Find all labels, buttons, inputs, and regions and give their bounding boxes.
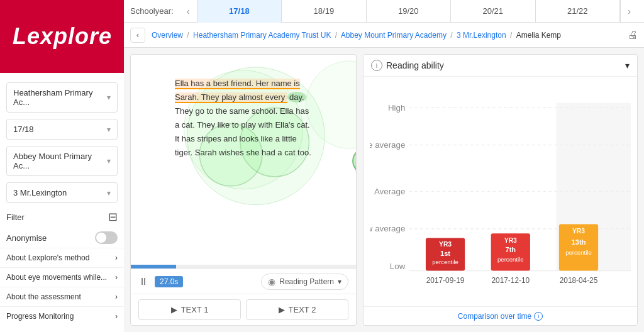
sidebar-item-progress-monitoring[interactable]: Progress Monitoring › [0,306,124,326]
school-chevron-icon: ▾ [107,93,111,102]
print-icon[interactable]: 🖨 [628,30,638,41]
year-dropdown[interactable]: 17/18 ▾ [6,119,118,140]
teacher-label: 3 Mr.Lexington [13,188,67,197]
progress-monitoring-chevron-icon: › [115,312,118,321]
reading-panel: Ella has a best friend. Her name is Sara… [130,54,357,326]
svg-text:YR3: YR3 [439,241,452,248]
text2-play-icon: ▶ [279,305,285,314]
year-next-button[interactable]: › [620,0,638,23]
pause-play-button[interactable]: ⏸ [138,276,148,287]
svg-text:7th: 7th [505,246,516,253]
about-method-label: About Lexplore's method [6,253,89,262]
reading-controls: ⏸ 27.0s ◉ Reading Pattern ▾ [131,268,356,294]
svg-text:1st: 1st [440,250,450,257]
svg-text:High: High [388,103,405,113]
about-eye-chevron-icon: › [115,273,118,282]
year-label: 17/18 [13,124,34,134]
svg-text:2017-12-10: 2017-12-10 [492,276,530,285]
ability-header: i Reading ability ▾ [364,55,637,77]
filter-row: Filter ⊟ [0,206,124,228]
svg-text:Above average: Above average [370,140,405,150]
comparison-info-icon[interactable]: i [534,312,543,321]
text1-play-icon: ▶ [171,305,177,314]
breadcrumb-school[interactable]: Abbey Mount Primary Academy [341,31,447,40]
svg-text:2017-09-19: 2017-09-19 [426,276,465,285]
class-dropdown[interactable]: Abbey Mount Primary Ac... ▾ [6,146,118,176]
ability-panel: i Reading ability ▾ High Above average A… [363,54,638,326]
text1-label: TEXT 1 [181,305,209,314]
ability-chevron-icon: ▾ [625,60,630,70]
sidebar-item-about-eye[interactable]: About eye movements while... › [0,267,124,287]
anonymise-label: Anonymise [6,233,47,243]
sidebar-content: Heathersham Primary Ac... ▾ 17/18 ▾ Abbe… [0,73,124,332]
main-content: Schoolyear: ‹ 17/18 18/19 19/20 20/21 21… [124,0,644,332]
svg-text:YR3: YR3 [504,237,517,244]
about-assessment-chevron-icon: › [115,292,118,301]
school-label: Heathersham Primary Ac... [13,88,107,107]
teacher-chevron-icon: ▾ [107,189,111,197]
breadcrumb-back-button[interactable]: ‹ [130,28,145,43]
filter-icon[interactable]: ⊟ [108,210,118,224]
text2-label: TEXT 2 [289,305,316,314]
breadcrumb: Overview / Heathersham Primary Academy T… [152,31,624,40]
schoolyear-label: Schoolyear: [130,6,174,16]
pattern-label: Reading Pattern [279,277,334,286]
year-prev-button[interactable]: ‹ [180,0,197,23]
about-method-chevron-icon: › [115,253,118,262]
breadcrumb-trust[interactable]: Heathersham Primary Academy Trust UK [193,31,331,40]
svg-text:2018-04-25: 2018-04-25 [560,276,598,285]
year-tab-2021[interactable]: 20/21 [451,0,535,23]
ability-title: Reading ability [386,60,444,70]
ability-selector[interactable]: Reading ability ▾ [386,60,630,70]
pattern-dot-icon: ◉ [268,277,275,287]
class-label: Abbey Mount Primary Ac... [13,152,107,170]
time-display: 27.0s [155,276,183,287]
pattern-selector[interactable]: ◉ Reading Pattern ▾ [261,274,348,290]
about-eye-label: About eye movements while... [6,273,107,282]
comparison-label: Comparison over time [458,312,531,321]
year-tab-2122[interactable]: 21/22 [536,0,620,23]
year-tab-1819[interactable]: 18/19 [282,0,366,23]
school-dropdown[interactable]: Heathersham Primary Ac... ▾ [6,82,118,113]
breadcrumb-overview[interactable]: Overview [152,31,183,40]
schoolyear-bar: Schoolyear: ‹ 17/18 18/19 19/20 20/21 21… [124,0,644,23]
anonymise-toggle[interactable] [95,231,118,244]
anonymise-row: Anonymise [0,228,124,248]
reading-visual: Ella has a best friend. Her name is Sara… [131,55,356,265]
teacher-dropdown[interactable]: 3 Mr.Lexington ▾ [6,182,118,203]
breadcrumb-student: Amelia Kemp [516,31,561,40]
class-chevron-icon: ▾ [107,157,111,165]
year-tab-1718[interactable]: 17/18 [197,0,282,23]
svg-text:Average: Average [374,187,405,196]
breadcrumb-class[interactable]: 3 Mr.Lexington [457,31,506,40]
reading-text-content: Ella has a best friend. Her name is Sara… [175,79,311,157]
reading-ability-chart: High Above average Average Below average… [370,83,631,300]
logo: Lexplore [13,23,112,50]
svg-text:percentile: percentile [432,258,458,265]
year-tabs: 17/18 18/19 19/20 20/21 21/22 [197,0,620,23]
svg-text:percentile: percentile [565,249,592,256]
svg-text:Low: Low [390,262,406,271]
text1-button[interactable]: ▶ TEXT 1 [138,299,241,320]
breadcrumb-bar: ‹ Overview / Heathersham Primary Academy… [124,23,644,48]
sidebar-item-about-method[interactable]: About Lexplore's method › [0,248,124,267]
pattern-chevron-icon: ▾ [338,277,341,286]
sidebar-item-about-assessment[interactable]: About the assessment › [0,287,124,306]
progress-monitoring-label: Progress Monitoring [6,312,74,321]
pause-icon: ⏸ [138,276,148,287]
reading-text: Ella has a best friend. Her name is Sara… [162,67,325,170]
svg-text:Below average: Below average [370,224,405,233]
year-tab-1920[interactable]: 19/20 [367,0,451,23]
text2-button[interactable]: ▶ TEXT 2 [246,299,348,320]
logo-area: Lexplore [0,0,124,73]
year-chevron-icon: ▾ [107,125,111,134]
svg-text:percentile: percentile [497,256,524,263]
text-buttons: ▶ TEXT 1 ▶ TEXT 2 [131,294,356,325]
filter-label: Filter [6,213,25,222]
comparison-link[interactable]: Comparison over time i [364,306,637,325]
about-assessment-label: About the assessment [6,292,81,301]
sidebar: Lexplore Heathersham Primary Ac... ▾ 17/… [0,0,124,332]
svg-text:YR3: YR3 [572,228,585,235]
ability-info-icon[interactable]: i [371,60,382,71]
chart-area: High Above average Average Below average… [364,77,637,306]
